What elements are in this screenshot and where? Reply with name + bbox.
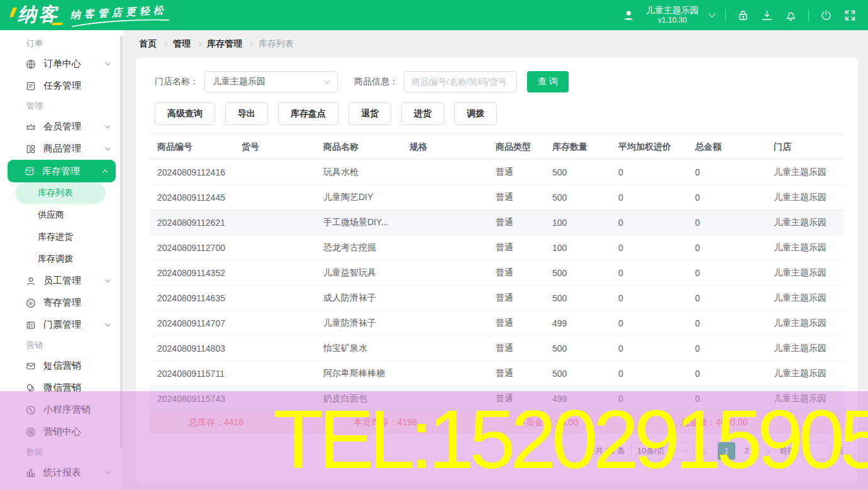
sidebar-item-deposit-manage[interactable]: 寄寄存管理	[0, 292, 123, 314]
store-switcher[interactable]: 儿童主题乐园 v1.10.30	[646, 5, 699, 26]
table-summary-row: 总库存：4418本页库存：4198本页金额：0.00总金额：4000.00	[150, 411, 844, 434]
store-select-value: 儿童主题乐园	[213, 76, 265, 87]
table-cell: 100	[552, 243, 618, 253]
column-header: 货号	[242, 142, 323, 153]
box-icon	[24, 165, 35, 177]
sidebar-item-member-manage[interactable]: 会员管理	[0, 116, 123, 138]
table-cell: 500	[552, 192, 618, 203]
chevron-down-icon	[105, 60, 110, 65]
table-cell: 手工微场景DIY...	[323, 217, 409, 228]
breadcrumb-item[interactable]: 首页	[139, 38, 157, 50]
sidebar-item-task-manage[interactable]: 任务管理	[0, 75, 123, 97]
lock-icon[interactable]	[737, 9, 750, 22]
sidebar-item-staff-manage[interactable]: 员工管理	[0, 270, 123, 292]
page-number-2[interactable]: 2	[738, 442, 755, 460]
table-row: 20240809112621手工微场景DIY...普通10000儿童主题乐园	[150, 210, 844, 235]
table-cell: 0	[695, 369, 774, 379]
content-card: 门店名称： 儿童主题乐园 商品信息： 查 询 高级查询导出库存盘点退货进货调拨 …	[136, 58, 858, 483]
product-search-input[interactable]	[404, 71, 517, 92]
table-cell: 0	[618, 167, 695, 177]
sidebar-subitem-supplier[interactable]: 供应商	[0, 204, 123, 226]
table-cell: 20240809115711	[157, 369, 242, 379]
chevron-right-icon	[248, 42, 253, 47]
sidebar-group-label-orders: 订单	[0, 34, 123, 53]
sidebar-item-wechat-marketing[interactable]: 微信营销	[0, 377, 123, 399]
sidebar-item-stats-report[interactable]: 统计报表	[0, 462, 123, 484]
table-cell: 0	[618, 318, 695, 328]
search-button[interactable]: 查 询	[527, 71, 569, 92]
sidebar-item-order-center[interactable]: 订单中心	[0, 53, 123, 75]
table-cell: 玩具水枪	[323, 167, 409, 178]
table-cell: 500	[552, 167, 618, 177]
wechat-icon	[25, 382, 36, 394]
chevron-down-icon	[323, 77, 330, 84]
stocktake-button[interactable]: 库存盘点	[278, 103, 338, 125]
table-cell: 儿童主题乐园	[774, 368, 844, 379]
sidebar-item-ticket-manage[interactable]: 门票管理	[0, 314, 123, 336]
page-number-1[interactable]: 1	[718, 442, 735, 460]
table-cell: 0	[618, 343, 695, 354]
table-cell: 成人防滑袜子	[323, 292, 409, 304]
table-row: 20240809114352儿童益智玩具普通50000儿童主题乐园	[150, 260, 844, 286]
table-cell: 儿童主题乐园	[774, 318, 844, 329]
table-cell: 500	[552, 369, 618, 379]
store-select[interactable]: 儿童主题乐园	[204, 71, 338, 92]
sidebar-item-sms-marketing[interactable]: 短信营销	[0, 355, 123, 377]
table-cell: 儿童主题乐园	[774, 242, 844, 253]
next-page-button[interactable]	[761, 442, 774, 460]
table-cell: 普通	[496, 343, 552, 354]
power-icon[interactable]	[820, 9, 833, 22]
chevron-down-icon	[105, 123, 110, 128]
fullscreen-icon[interactable]	[843, 9, 857, 22]
download-icon[interactable]	[760, 9, 774, 22]
chevron-up-icon	[103, 170, 108, 175]
filter-row: 门店名称： 儿童主题乐园 商品信息： 查 询	[150, 71, 844, 92]
column-header: 门店	[774, 142, 844, 153]
table-cell: 20240809112700	[157, 243, 242, 253]
sidebar-scrollbar[interactable]	[120, 35, 123, 448]
sidebar-subitem-inventory-transfer[interactable]: 库存调拨	[0, 248, 123, 270]
page-size-select[interactable]: 10条/页	[631, 442, 694, 460]
sidebar-subitem-inventory-purchase[interactable]: 库存进货	[0, 226, 123, 248]
purchase-button[interactable]: 进货	[401, 103, 444, 125]
return-goods-button[interactable]: 退货	[348, 103, 391, 125]
store-version: v1.10.30	[658, 16, 687, 25]
user-icon	[622, 9, 635, 22]
summary-item: 总库存：4418	[189, 417, 243, 428]
table-cell: 普通	[496, 192, 552, 203]
chevron-down-icon[interactable]	[708, 10, 715, 17]
table-cell: 0	[695, 343, 774, 354]
transfer-button[interactable]: 调拨	[454, 103, 497, 125]
page-jump-input[interactable]	[801, 442, 830, 460]
sidebar-item-miniapp-marketing[interactable]: 小程序营销	[0, 399, 123, 421]
page-numbers: 12	[718, 442, 755, 460]
advanced-search-button[interactable]: 高级查询	[155, 103, 215, 125]
table-cell: 0	[695, 394, 774, 404]
brand-name: 纳客	[11, 4, 60, 26]
sidebar-item-marketing-center[interactable]: 营销中心	[0, 421, 123, 443]
breadcrumb-item[interactable]: 库存管理	[207, 38, 242, 50]
sidebar-item-label: 微信营销	[43, 382, 81, 394]
table-row: 20240809112416玩具水枪普通50000儿童主题乐园	[150, 160, 844, 185]
table-row: 20240809114707儿童防滑袜子普通49900儿童主题乐园	[150, 311, 844, 336]
export-button[interactable]: 导出	[225, 103, 268, 125]
breadcrumb-item[interactable]: 管理	[173, 38, 191, 50]
sidebar-item-inventory-manage[interactable]: 库存管理	[8, 160, 116, 182]
table-cell: 20240809112416	[157, 167, 242, 177]
table-row: 20240809112445儿童陶艺DIY普通50000儿童主题乐园	[150, 185, 844, 210]
table-cell: 0	[618, 293, 695, 303]
table-header-row: 商品编号货号商品名称规格商品类型库存数量平均加权进价总金额门店	[150, 135, 844, 160]
sidebar-subitem-inventory-list[interactable]: 库存列表	[15, 182, 106, 204]
tasks-icon	[25, 81, 36, 92]
summary-item: 本页金额：0.00	[517, 417, 578, 428]
table-cell: 0	[695, 243, 774, 253]
table-cell: 儿童益智玩具	[323, 267, 409, 279]
chevron-down-icon	[105, 277, 110, 282]
table-cell: 0	[695, 318, 774, 328]
table-row: 20240809115743奶皮白面包普通49900儿童主题乐园	[150, 386, 844, 411]
bell-icon[interactable]	[784, 9, 798, 22]
table-row: 20240809114803怡宝矿泉水普通50000儿童主题乐园	[150, 336, 844, 361]
prev-page-button[interactable]	[699, 442, 712, 460]
sidebar-item-goods-manage[interactable]: 商品管理	[0, 138, 123, 160]
chevron-down-icon	[105, 469, 110, 474]
